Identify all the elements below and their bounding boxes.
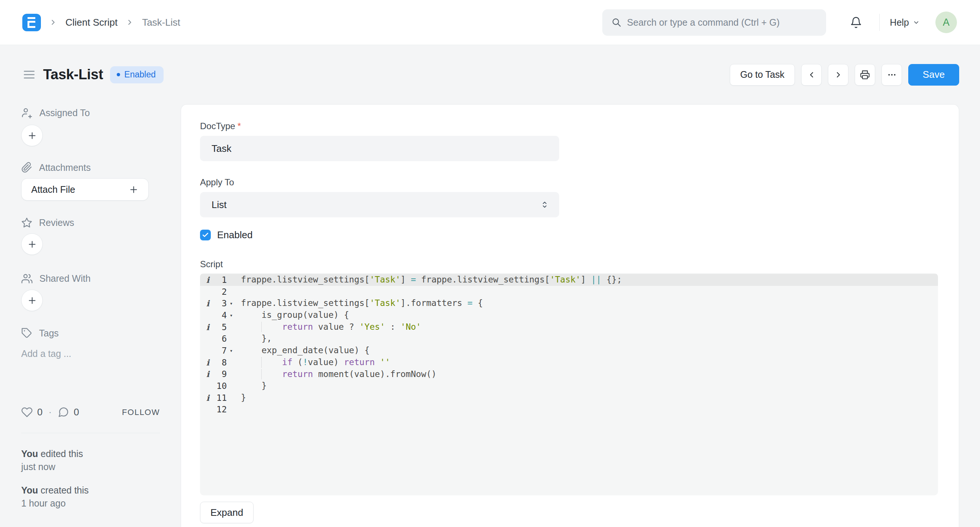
activity-actor: You bbox=[21, 485, 38, 495]
line-number: 10 bbox=[213, 381, 227, 391]
code-editor[interactable]: i1frappe.listview_settings['Task'] = fra… bbox=[200, 273, 938, 495]
likes-count[interactable]: 0 bbox=[37, 406, 42, 418]
doctype-value: Task bbox=[212, 143, 231, 155]
gutter-cell[interactable]: 7▾ bbox=[200, 345, 236, 356]
required-marker: * bbox=[237, 121, 241, 131]
expand-button[interactable]: Expand bbox=[200, 502, 253, 523]
code-line[interactable]: i1frappe.listview_settings['Task'] = fra… bbox=[200, 274, 938, 286]
dot-separator: · bbox=[48, 406, 52, 418]
enabled-checkbox[interactable] bbox=[200, 230, 211, 240]
paperclip-icon bbox=[21, 162, 32, 173]
code-text: if (!value) return '' bbox=[241, 356, 390, 369]
add-assignment-button[interactable] bbox=[21, 125, 43, 146]
chevron-right-icon bbox=[834, 70, 843, 79]
status-dot-icon bbox=[117, 73, 120, 76]
code-line[interactable]: i5 return value ? 'Yes' : 'No' bbox=[200, 321, 938, 333]
fold-caret-icon[interactable]: ▾ bbox=[227, 312, 236, 318]
help-menu[interactable]: Help bbox=[890, 17, 920, 28]
code-line[interactable]: i8 if (!value) return '' bbox=[200, 356, 938, 369]
code-line[interactable]: 4▾ is_group(value) { bbox=[200, 309, 938, 321]
code-text: return value ? 'Yes' : 'No' bbox=[241, 321, 421, 333]
gutter-cell[interactable]: 2 bbox=[200, 286, 236, 298]
notifications-bell-icon[interactable] bbox=[850, 16, 862, 29]
page-title: Task-List bbox=[43, 67, 103, 83]
gutter-cell[interactable]: 12 bbox=[200, 404, 236, 416]
gutter-cell[interactable]: i11 bbox=[200, 392, 236, 404]
heart-icon[interactable] bbox=[21, 406, 33, 418]
add-share-button[interactable] bbox=[21, 289, 43, 311]
activity-line: You edited this bbox=[21, 447, 160, 460]
next-document-button[interactable] bbox=[828, 64, 848, 86]
app-logo-icon[interactable] bbox=[22, 14, 41, 31]
code-text: exp_end_date(value) { bbox=[241, 345, 369, 356]
indent-guide bbox=[261, 357, 262, 368]
follow-button[interactable]: FOLLOW bbox=[122, 407, 160, 417]
info-annotation-icon: i bbox=[203, 322, 213, 332]
comments-count[interactable]: 0 bbox=[73, 406, 79, 418]
code-line[interactable]: i3▾frappe.listview_settings['Task'].form… bbox=[200, 297, 938, 309]
code-line[interactable]: 12 bbox=[200, 404, 938, 416]
attach-file-button[interactable]: Attach File bbox=[21, 178, 149, 201]
code-line[interactable]: i9 return moment(value).fromNow() bbox=[200, 369, 938, 380]
sidebar-toggle-icon[interactable] bbox=[24, 71, 35, 78]
status-badge: Enabled bbox=[110, 66, 163, 83]
avatar[interactable]: A bbox=[935, 11, 957, 33]
info-annotation-icon: i bbox=[203, 275, 213, 285]
form-sidebar: Assigned To Attachments Attach File Revi… bbox=[0, 104, 181, 527]
save-button[interactable]: Save bbox=[908, 64, 959, 86]
activity-edited: You edited this just now bbox=[21, 447, 160, 473]
plus-icon bbox=[27, 239, 37, 249]
activity-action: edited this bbox=[38, 449, 83, 459]
fold-caret-icon[interactable]: ▾ bbox=[227, 300, 236, 306]
gutter-cell[interactable]: 6 bbox=[200, 333, 236, 345]
shared-with-section: Shared With bbox=[21, 273, 160, 284]
assigned-to-label: Assigned To bbox=[40, 107, 90, 118]
assign-user-icon bbox=[21, 107, 33, 119]
code-text: }, bbox=[241, 333, 272, 345]
menu-dots-button[interactable] bbox=[881, 64, 902, 86]
code-editor-rows: i1frappe.listview_settings['Task'] = fra… bbox=[200, 274, 938, 415]
search-input[interactable] bbox=[627, 17, 817, 28]
reviews-section: Reviews bbox=[21, 217, 160, 228]
print-button[interactable] bbox=[855, 64, 875, 86]
assigned-to-section: Assigned To bbox=[21, 107, 160, 119]
go-to-task-button[interactable]: Go to Task bbox=[730, 64, 795, 86]
gutter-cell[interactable]: i1 bbox=[200, 274, 236, 286]
line-number: 4 bbox=[213, 310, 227, 320]
prev-document-button[interactable] bbox=[801, 64, 822, 86]
code-text: frappe.listview_settings['Task'].formatt… bbox=[241, 297, 483, 309]
attachments-section: Attachments bbox=[21, 162, 160, 173]
indent-guide bbox=[261, 322, 262, 332]
activity-action: created this bbox=[38, 485, 89, 495]
add-review-button[interactable] bbox=[21, 233, 43, 255]
attachments-label: Attachments bbox=[39, 162, 91, 173]
apply-to-select[interactable]: List bbox=[200, 192, 559, 217]
chevron-left-icon bbox=[807, 70, 816, 79]
add-tag-input[interactable]: Add a tag ... bbox=[21, 348, 160, 359]
doctype-field[interactable]: Task bbox=[200, 136, 559, 161]
gutter-cell[interactable]: i8 bbox=[200, 356, 236, 369]
gutter-cell[interactable]: i9 bbox=[200, 369, 236, 380]
global-search[interactable] bbox=[602, 9, 826, 36]
comment-icon[interactable] bbox=[57, 406, 69, 418]
activity-created: You created this 1 hour ago bbox=[21, 484, 160, 510]
navbar-actions: Help A bbox=[602, 9, 957, 36]
plus-icon bbox=[27, 295, 37, 305]
code-line[interactable]: 7▾ exp_end_date(value) { bbox=[200, 345, 938, 356]
apply-to-value: List bbox=[212, 199, 226, 211]
gutter-cell[interactable]: 4▾ bbox=[200, 309, 236, 321]
page-head: Task-List Enabled Go to Task Save bbox=[0, 45, 980, 104]
fold-caret-icon[interactable]: ▾ bbox=[227, 348, 236, 354]
code-line[interactable]: 10 } bbox=[200, 380, 938, 392]
code-line[interactable]: 6 }, bbox=[200, 333, 938, 345]
navbar-divider bbox=[879, 14, 880, 31]
gutter-cell[interactable]: 10 bbox=[200, 380, 236, 392]
attach-file-label: Attach File bbox=[31, 184, 75, 195]
code-line[interactable]: 2 bbox=[200, 286, 938, 298]
gutter-cell[interactable]: i5 bbox=[200, 321, 236, 333]
apply-to-field-label: Apply To bbox=[200, 177, 938, 188]
code-line[interactable]: i11} bbox=[200, 392, 938, 404]
gutter-cell[interactable]: i3▾ bbox=[200, 297, 236, 309]
breadcrumb: Client Script Task-List bbox=[22, 14, 180, 31]
breadcrumb-parent-link[interactable]: Client Script bbox=[65, 17, 118, 28]
